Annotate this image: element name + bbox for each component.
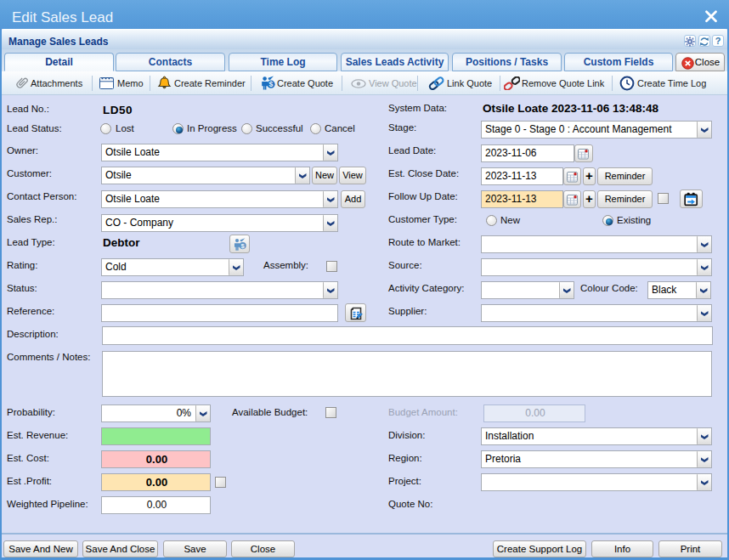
svg-text:$: $ — [240, 242, 245, 250]
